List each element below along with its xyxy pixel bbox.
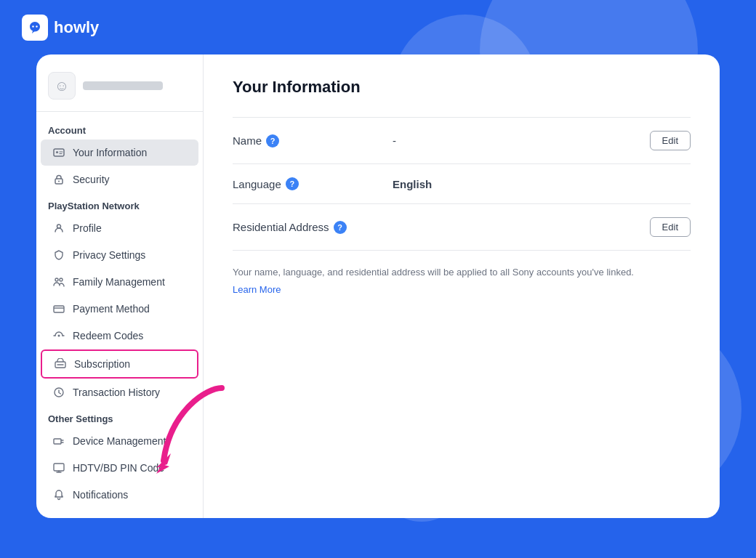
- svg-rect-13: [54, 464, 64, 471]
- svg-rect-12: [54, 439, 61, 444]
- name-label-text: Name: [233, 134, 262, 147]
- sidebar-item-family-management[interactable]: Family Management: [41, 269, 198, 295]
- username-bar: [83, 81, 163, 90]
- person-card-icon: [52, 146, 65, 159]
- section-label-other-settings: Other Settings: [36, 406, 203, 427]
- sidebar-item-your-information[interactable]: Your Information: [41, 140, 198, 166]
- svg-point-5: [58, 181, 60, 182]
- family-icon: [52, 275, 65, 288]
- redeem-icon: [52, 329, 65, 342]
- name-row: Name ? - Edit: [233, 117, 691, 164]
- sidebar-item-label-payment-method: Payment Method: [73, 303, 187, 315]
- sidebar-item-transaction-history[interactable]: Transaction History: [41, 379, 198, 405]
- residential-address-help-icon[interactable]: ?: [334, 221, 347, 234]
- section-label-account: Account: [36, 118, 203, 139]
- sidebar-item-label-device-management: Device Management: [73, 435, 187, 447]
- residential-address-label: Residential Address ?: [233, 221, 393, 234]
- footer-note: Your name, language, and residential add…: [233, 265, 691, 280]
- subscription-icon: [54, 357, 67, 371]
- card-icon: [52, 302, 65, 315]
- svg-rect-9: [54, 306, 64, 312]
- learn-more-link[interactable]: Learn More: [233, 284, 281, 295]
- svg-point-3: [56, 151, 58, 153]
- sidebar-item-notifications[interactable]: Notifications: [41, 482, 198, 508]
- main-card: ☺ Account Your Information Security Play…: [36, 54, 720, 518]
- residential-address-label-text: Residential Address: [233, 221, 329, 233]
- language-label-text: Language: [233, 178, 281, 190]
- sidebar-item-label-transaction-history: Transaction History: [73, 387, 187, 398]
- sidebar-item-label-hdtv-pin: HDTV/BD PIN Code: [73, 462, 187, 474]
- sidebar-item-label-subscription: Subscription: [74, 358, 185, 370]
- sidebar-item-payment-method[interactable]: Payment Method: [41, 296, 198, 322]
- privacy-icon: [52, 248, 65, 262]
- sidebar-item-label-your-information: Your Information: [73, 147, 187, 158]
- language-row: Language ? English: [233, 164, 691, 204]
- profile-icon: [52, 222, 65, 235]
- bell-icon: [52, 488, 65, 501]
- svg-point-0: [32, 25, 33, 27]
- page-title: Your Information: [233, 78, 691, 97]
- profile-top: ☺: [36, 66, 203, 112]
- language-value: English: [393, 178, 691, 190]
- device-icon: [52, 434, 65, 448]
- svg-point-1: [36, 25, 37, 27]
- name-help-icon[interactable]: ?: [266, 134, 279, 147]
- howly-svg: [26, 19, 44, 36]
- name-value: -: [393, 134, 650, 147]
- sidebar-item-label-profile: Profile: [73, 222, 187, 234]
- language-help-icon[interactable]: ?: [286, 177, 299, 190]
- svg-point-10: [58, 335, 60, 337]
- main-content: Your Information Name ? - Edit Language …: [204, 54, 720, 518]
- svg-point-8: [60, 278, 63, 281]
- logo-icon: [22, 15, 48, 41]
- sidebar-item-label-redeem-codes: Redeem Codes: [73, 330, 187, 341]
- app-title: howly: [54, 18, 99, 37]
- svg-rect-2: [54, 149, 64, 156]
- sidebar-item-hdtv-pin[interactable]: HDTV/BD PIN Code: [41, 455, 198, 481]
- sidebar-item-profile[interactable]: Profile: [41, 215, 198, 241]
- sidebar: ☺ Account Your Information Security Play…: [36, 54, 204, 518]
- sidebar-item-privacy-settings[interactable]: Privacy Settings: [41, 242, 198, 268]
- lock-icon: [52, 173, 65, 186]
- app-header: howly: [22, 15, 99, 41]
- section-label-psn: PlayStation Network: [36, 193, 203, 214]
- residential-address-row: Residential Address ? Edit: [233, 204, 691, 251]
- monitor-icon: [52, 461, 65, 474]
- sidebar-item-label-family-management: Family Management: [73, 276, 187, 288]
- history-icon: [52, 386, 65, 399]
- sidebar-item-label-security: Security: [73, 174, 187, 185]
- avatar: ☺: [48, 72, 76, 100]
- residential-address-edit-button[interactable]: Edit: [650, 217, 691, 237]
- language-label: Language ?: [233, 177, 393, 190]
- sidebar-item-label-notifications: Notifications: [73, 489, 187, 501]
- svg-point-7: [55, 278, 58, 281]
- sidebar-item-security[interactable]: Security: [41, 166, 198, 193]
- sidebar-item-device-management[interactable]: Device Management: [41, 428, 198, 454]
- name-label: Name ?: [233, 134, 393, 147]
- name-edit-button[interactable]: Edit: [650, 131, 691, 150]
- sidebar-item-redeem-codes[interactable]: Redeem Codes: [41, 323, 198, 349]
- sidebar-item-subscription[interactable]: Subscription: [41, 349, 198, 379]
- sidebar-item-label-privacy-settings: Privacy Settings: [73, 249, 187, 261]
